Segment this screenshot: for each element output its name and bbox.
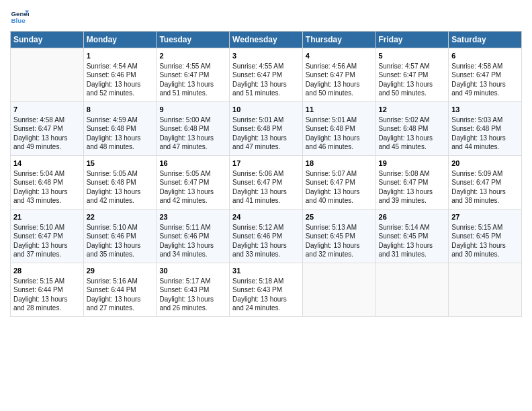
- day-cell: 25Sunrise: 5:13 AM Sunset: 6:45 PM Dayli…: [302, 210, 375, 263]
- day-number: 19: [379, 158, 446, 169]
- day-cell: 17Sunrise: 5:06 AM Sunset: 6:47 PM Dayli…: [230, 156, 303, 210]
- day-info: Sunrise: 4:55 AM Sunset: 6:47 PM Dayligh…: [232, 62, 300, 98]
- day-cell: 2Sunrise: 4:55 AM Sunset: 6:47 PM Daylig…: [157, 48, 230, 102]
- weekday-header-wednesday: Wednesday: [230, 32, 303, 48]
- day-info: Sunrise: 5:05 AM Sunset: 6:47 PM Dayligh…: [159, 169, 226, 205]
- day-number: 24: [232, 212, 300, 222]
- day-cell: 23Sunrise: 5:11 AM Sunset: 6:46 PM Dayli…: [157, 210, 230, 263]
- day-info: Sunrise: 5:07 AM Sunset: 6:47 PM Dayligh…: [306, 169, 373, 205]
- logo: General Blue: [10, 7, 32, 26]
- day-cell: 13Sunrise: 5:03 AM Sunset: 6:48 PM Dayli…: [449, 102, 522, 156]
- day-number: 27: [451, 212, 519, 222]
- day-number: 17: [232, 158, 300, 169]
- day-cell: 4Sunrise: 4:56 AM Sunset: 6:47 PM Daylig…: [302, 48, 375, 102]
- day-cell: 3Sunrise: 4:55 AM Sunset: 6:47 PM Daylig…: [230, 48, 303, 102]
- day-cell: 14Sunrise: 5:04 AM Sunset: 6:48 PM Dayli…: [11, 156, 84, 210]
- day-cell: 26Sunrise: 5:14 AM Sunset: 6:45 PM Dayli…: [375, 210, 449, 263]
- day-info: Sunrise: 5:17 AM Sunset: 6:43 PM Dayligh…: [159, 277, 226, 313]
- day-number: 9: [159, 105, 226, 115]
- day-cell: [375, 263, 449, 317]
- day-cell: 21Sunrise: 5:10 AM Sunset: 6:47 PM Dayli…: [11, 210, 84, 263]
- day-number: 14: [13, 158, 81, 169]
- day-number: 28: [13, 266, 81, 276]
- day-number: 7: [13, 105, 81, 115]
- day-cell: 12Sunrise: 5:02 AM Sunset: 6:48 PM Dayli…: [375, 102, 449, 156]
- day-cell: 20Sunrise: 5:09 AM Sunset: 6:47 PM Dayli…: [449, 156, 522, 210]
- day-cell: 29Sunrise: 5:16 AM Sunset: 6:44 PM Dayli…: [83, 263, 157, 317]
- day-number: 1: [87, 51, 154, 61]
- day-number: 4: [306, 51, 373, 61]
- week-row-1: 1Sunrise: 4:54 AM Sunset: 6:46 PM Daylig…: [11, 48, 522, 102]
- day-cell: 22Sunrise: 5:10 AM Sunset: 6:46 PM Dayli…: [83, 210, 157, 263]
- calendar-container: General Blue SundayMondayTuesdayWednesda…: [0, 0, 532, 320]
- day-number: 10: [232, 105, 300, 115]
- day-number: 22: [87, 212, 154, 222]
- day-cell: 16Sunrise: 5:05 AM Sunset: 6:47 PM Dayli…: [157, 156, 230, 210]
- day-number: 3: [232, 51, 300, 61]
- day-info: Sunrise: 5:02 AM Sunset: 6:48 PM Dayligh…: [379, 116, 446, 152]
- day-info: Sunrise: 5:12 AM Sunset: 6:46 PM Dayligh…: [232, 223, 300, 259]
- day-cell: 8Sunrise: 4:59 AM Sunset: 6:48 PM Daylig…: [83, 102, 157, 156]
- weekday-header-monday: Monday: [83, 32, 157, 48]
- day-info: Sunrise: 4:59 AM Sunset: 6:48 PM Dayligh…: [87, 116, 154, 152]
- day-number: 26: [379, 212, 446, 222]
- day-number: 13: [451, 105, 519, 115]
- day-number: 5: [379, 51, 446, 61]
- weekday-header-row: SundayMondayTuesdayWednesdayThursdayFrid…: [11, 32, 522, 48]
- day-number: 25: [306, 212, 373, 222]
- day-number: 29: [87, 266, 154, 276]
- day-number: 2: [159, 51, 226, 61]
- day-cell: 6Sunrise: 4:58 AM Sunset: 6:47 PM Daylig…: [449, 48, 522, 102]
- day-cell: 5Sunrise: 4:57 AM Sunset: 6:47 PM Daylig…: [375, 48, 449, 102]
- day-info: Sunrise: 4:54 AM Sunset: 6:46 PM Dayligh…: [87, 62, 154, 98]
- weekday-header-tuesday: Tuesday: [157, 32, 230, 48]
- day-cell: 10Sunrise: 5:01 AM Sunset: 6:48 PM Dayli…: [230, 102, 303, 156]
- weekday-header-thursday: Thursday: [302, 32, 375, 48]
- day-cell: 24Sunrise: 5:12 AM Sunset: 6:46 PM Dayli…: [230, 210, 303, 263]
- day-info: Sunrise: 4:58 AM Sunset: 6:47 PM Dayligh…: [13, 116, 81, 152]
- day-info: Sunrise: 5:06 AM Sunset: 6:47 PM Dayligh…: [232, 169, 300, 205]
- day-cell: 27Sunrise: 5:15 AM Sunset: 6:45 PM Dayli…: [449, 210, 522, 263]
- day-cell: 11Sunrise: 5:01 AM Sunset: 6:48 PM Dayli…: [302, 102, 375, 156]
- weekday-header-sunday: Sunday: [11, 32, 84, 48]
- day-info: Sunrise: 5:01 AM Sunset: 6:48 PM Dayligh…: [306, 116, 373, 152]
- day-info: Sunrise: 5:16 AM Sunset: 6:44 PM Dayligh…: [87, 277, 154, 313]
- day-info: Sunrise: 5:08 AM Sunset: 6:47 PM Dayligh…: [379, 169, 446, 205]
- day-info: Sunrise: 5:15 AM Sunset: 6:44 PM Dayligh…: [13, 277, 81, 313]
- day-number: 30: [159, 266, 226, 276]
- day-number: 21: [13, 212, 81, 222]
- week-row-5: 28Sunrise: 5:15 AM Sunset: 6:44 PM Dayli…: [11, 263, 522, 317]
- day-info: Sunrise: 5:09 AM Sunset: 6:47 PM Dayligh…: [451, 169, 519, 205]
- day-info: Sunrise: 5:04 AM Sunset: 6:48 PM Dayligh…: [13, 169, 81, 205]
- day-number: 23: [159, 212, 226, 222]
- day-info: Sunrise: 5:11 AM Sunset: 6:46 PM Dayligh…: [159, 223, 226, 259]
- day-info: Sunrise: 5:01 AM Sunset: 6:48 PM Dayligh…: [232, 116, 300, 152]
- day-number: 11: [306, 105, 373, 115]
- logo-icon: General Blue: [10, 7, 29, 26]
- day-cell: [11, 48, 84, 102]
- day-cell: 9Sunrise: 5:00 AM Sunset: 6:48 PM Daylig…: [157, 102, 230, 156]
- weekday-header-friday: Friday: [375, 32, 449, 48]
- day-cell: 15Sunrise: 5:05 AM Sunset: 6:48 PM Dayli…: [83, 156, 157, 210]
- day-info: Sunrise: 4:58 AM Sunset: 6:47 PM Dayligh…: [451, 62, 519, 98]
- day-number: 15: [87, 158, 154, 169]
- day-cell: [302, 263, 375, 317]
- day-info: Sunrise: 5:10 AM Sunset: 6:47 PM Dayligh…: [13, 223, 81, 259]
- day-info: Sunrise: 4:55 AM Sunset: 6:47 PM Dayligh…: [159, 62, 226, 98]
- day-cell: 1Sunrise: 4:54 AM Sunset: 6:46 PM Daylig…: [83, 48, 157, 102]
- day-number: 18: [306, 158, 373, 169]
- day-info: Sunrise: 5:15 AM Sunset: 6:45 PM Dayligh…: [451, 223, 519, 259]
- day-info: Sunrise: 5:10 AM Sunset: 6:46 PM Dayligh…: [87, 223, 154, 259]
- day-cell: 7Sunrise: 4:58 AM Sunset: 6:47 PM Daylig…: [11, 102, 84, 156]
- day-number: 6: [451, 51, 519, 61]
- svg-text:Blue: Blue: [11, 17, 26, 24]
- day-info: Sunrise: 4:57 AM Sunset: 6:47 PM Dayligh…: [379, 62, 446, 98]
- day-number: 12: [379, 105, 446, 115]
- day-cell: 19Sunrise: 5:08 AM Sunset: 6:47 PM Dayli…: [375, 156, 449, 210]
- day-cell: 30Sunrise: 5:17 AM Sunset: 6:43 PM Dayli…: [157, 263, 230, 317]
- day-number: 20: [451, 158, 519, 169]
- week-row-3: 14Sunrise: 5:04 AM Sunset: 6:48 PM Dayli…: [11, 156, 522, 210]
- weekday-header-saturday: Saturday: [449, 32, 522, 48]
- calendar-table: SundayMondayTuesdayWednesdayThursdayFrid…: [10, 31, 522, 317]
- day-number: 31: [232, 266, 300, 276]
